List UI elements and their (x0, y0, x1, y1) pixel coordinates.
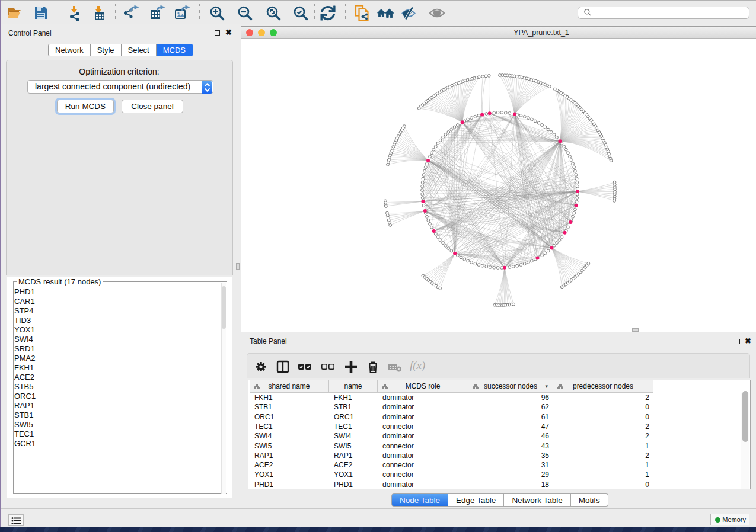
svg-text:f(x): f(x) (410, 359, 425, 372)
